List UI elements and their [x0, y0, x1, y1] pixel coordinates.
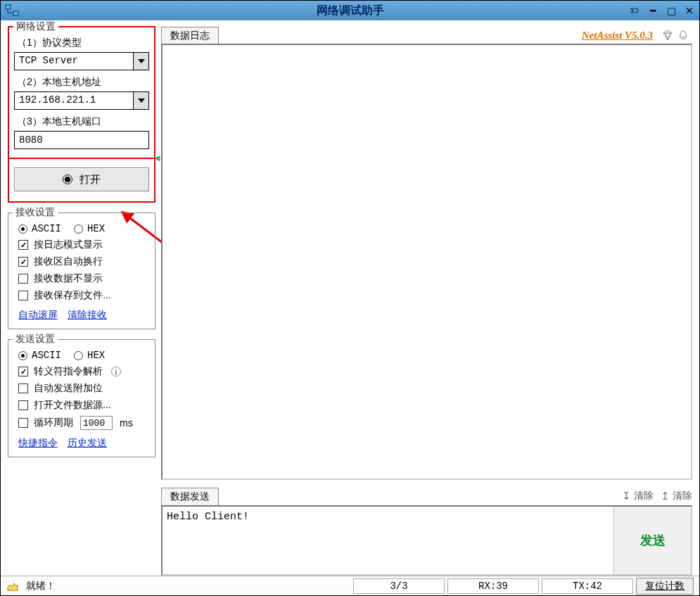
send-settings-group: 发送设置 ASCII HEX 转义符指令解析i 自动发送附加位 打开文件数据源.…	[8, 339, 155, 457]
svg-rect-0	[6, 5, 11, 9]
diamond-icon[interactable]	[661, 29, 674, 42]
status-ratio: 3/3	[353, 578, 445, 594]
recv-settings-group: 接收设置 ASCII HEX 按日志模式显示 接收区自动换行 接收数据不显示 接…	[8, 213, 155, 329]
status-dot-icon	[63, 175, 72, 184]
send-hex-radio[interactable]: HEX	[74, 350, 105, 361]
arrow-up-icon: ↥	[661, 490, 670, 502]
clear-recv-link[interactable]: 清除接收	[68, 309, 107, 322]
auto-append-checkbox[interactable]: 自动发送附加位	[18, 382, 149, 395]
log-textarea[interactable]	[161, 44, 692, 480]
send-legend: 发送设置	[13, 333, 58, 345]
send-tab[interactable]: 数据发送	[161, 488, 219, 505]
app-icon	[5, 4, 19, 17]
brand-label: NetAssist V5.0.3	[582, 30, 653, 42]
svg-rect-1	[13, 11, 18, 15]
cycle-checkbox[interactable]: 循环周期 ms	[18, 416, 149, 430]
save-file-checkbox[interactable]: 接收保存到文件...	[18, 289, 149, 302]
send-input[interactable]	[163, 507, 613, 574]
auto-scroll-link[interactable]: 自动滚屏	[18, 309, 58, 322]
recv-hex-radio[interactable]: HEX	[74, 223, 105, 234]
close-button[interactable]: ✕	[684, 5, 695, 16]
protocol-select[interactable]: TCP Server	[14, 52, 149, 70]
window-title: 网络调试助手	[317, 4, 384, 18]
main-panel: 数据日志 NetAssist V5.0.3 ◀ 数据发送 ↧清除 ↥清除 发送	[161, 26, 692, 576]
arrow-down-icon: ↧	[622, 490, 631, 502]
log-mode-checkbox[interactable]: 按日志模式显示	[18, 239, 149, 251]
pin-icon[interactable]	[629, 5, 640, 16]
chevron-down-icon[interactable]	[133, 53, 148, 70]
chevron-down-icon[interactable]	[133, 92, 148, 109]
recv-ascii-radio[interactable]: ASCII	[18, 223, 61, 234]
auto-wrap-checkbox[interactable]: 接收区自动换行	[18, 255, 149, 268]
maximize-button[interactable]: ▢	[666, 5, 677, 16]
network-settings-group: 网络设置 （1）协议类型 TCP Server （2）本地主机地址 192.16…	[8, 26, 155, 203]
app-window: 网络调试助手 ━ ▢ ✕ 网络设置 （1）协议类型 TCP Server （2）…	[0, 0, 700, 596]
hand-icon	[6, 581, 19, 592]
minimize-button[interactable]: ━	[647, 5, 658, 16]
history-link[interactable]: 历史发送	[68, 437, 107, 450]
status-text: 就绪！	[26, 580, 56, 592]
status-rx: RX:39	[447, 578, 539, 594]
statusbar: 就绪！ 3/3 RX:39 TX:42 复位计数	[1, 576, 699, 595]
open-file-source-checkbox[interactable]: 打开文件数据源...	[18, 399, 149, 412]
send-ascii-radio[interactable]: ASCII	[18, 350, 61, 361]
host-select[interactable]: 192.168.221.1	[14, 91, 149, 110]
protocol-label: （1）协议类型	[17, 37, 149, 49]
clear-bottom-button[interactable]: ↥清除	[661, 490, 692, 502]
quick-cmd-link[interactable]: 快捷指令	[18, 437, 58, 450]
log-tab[interactable]: 数据日志	[161, 27, 219, 44]
status-tx: TX:42	[542, 578, 633, 594]
titlebar: 网络调试助手 ━ ▢ ✕	[1, 1, 699, 20]
send-button[interactable]: 发送	[613, 507, 691, 574]
info-icon[interactable]: i	[111, 367, 121, 376]
host-label: （2）本地主机地址	[17, 76, 149, 89]
clear-top-button[interactable]: ↧清除	[622, 490, 654, 502]
reset-counter-button[interactable]: 复位计数	[636, 578, 694, 595]
port-input[interactable]	[14, 131, 149, 149]
network-legend: 网络设置	[13, 20, 58, 33]
cycle-interval-input[interactable]	[80, 416, 113, 430]
escape-checkbox[interactable]: 转义符指令解析i	[18, 365, 149, 378]
port-label: （3）本地主机端口	[17, 115, 149, 128]
hide-recv-checkbox[interactable]: 接收数据不显示	[18, 272, 149, 285]
sidebar: 网络设置 （1）协议类型 TCP Server （2）本地主机地址 192.16…	[8, 26, 155, 576]
collapse-grip-icon[interactable]: ◀	[153, 153, 162, 161]
open-button[interactable]: 打开	[14, 167, 149, 191]
recv-legend: 接收设置	[13, 206, 58, 219]
bell-icon[interactable]	[677, 29, 689, 42]
